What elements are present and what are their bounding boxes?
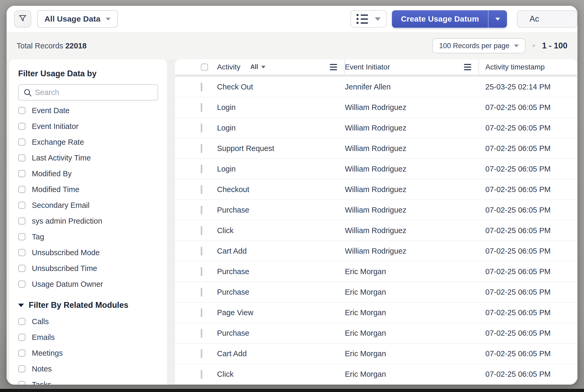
- checkbox[interactable]: [18, 217, 26, 225]
- activity-cell: Purchase: [217, 206, 345, 214]
- checkbox[interactable]: [18, 170, 26, 177]
- row-checkbox[interactable]: [201, 83, 202, 91]
- row-checkbox[interactable]: [201, 247, 202, 255]
- filter-field-label: Secondary Email: [32, 201, 89, 210]
- records-per-page-dropdown[interactable]: 100 Records per page: [432, 38, 526, 53]
- filter-button[interactable]: [14, 10, 31, 28]
- checkbox[interactable]: [18, 381, 26, 385]
- filter-field-item[interactable]: Last Activity Time: [18, 150, 158, 166]
- table-row[interactable]: Cart Add William Rodriguez 07-02-25 06:0…: [175, 241, 577, 262]
- column-header-activity[interactable]: Activity All: [217, 59, 345, 74]
- create-usage-datum-label: Create Usage Datum: [401, 14, 479, 23]
- table-header: Activity All Event Initiator Activity ti…: [175, 59, 577, 74]
- checkbox[interactable]: [18, 265, 26, 272]
- select-all-checkbox[interactable]: [201, 63, 208, 71]
- row-checkbox[interactable]: [201, 103, 202, 112]
- checkbox[interactable]: [18, 249, 26, 256]
- filter-field-label: Last Activity Time: [32, 154, 91, 162]
- table-row[interactable]: Cart Add Eric Morgan 07-02-25 06:05 PM: [175, 344, 577, 364]
- table-row[interactable]: Page View Eric Morgan 07-02-25 06:05 PM: [175, 303, 577, 323]
- column-menu-icon[interactable]: [464, 64, 471, 70]
- create-usage-datum-button[interactable]: Create Usage Datum: [392, 10, 488, 28]
- actions-button[interactable]: Ac: [517, 10, 577, 28]
- activity-filter-dropdown[interactable]: All: [250, 63, 265, 71]
- checkbox[interactable]: [18, 202, 26, 209]
- row-checkbox[interactable]: [201, 308, 202, 317]
- related-module-item[interactable]: Meetings: [18, 345, 158, 361]
- funnel-icon: [18, 14, 27, 24]
- records-table: Activity All Event Initiator Activity ti…: [175, 59, 577, 385]
- row-checkbox[interactable]: [201, 185, 202, 194]
- related-module-item[interactable]: Tasks: [18, 377, 158, 385]
- related-module-item[interactable]: Notes: [18, 361, 158, 377]
- filter-field-item[interactable]: Usage Datum Owner: [18, 276, 158, 292]
- checkbox[interactable]: [18, 186, 26, 193]
- records-bar: Total Records 22018 100 Records per page…: [7, 32, 577, 59]
- checkbox[interactable]: [18, 349, 26, 357]
- checkbox[interactable]: [18, 280, 26, 288]
- activity-cell: Click: [217, 226, 345, 235]
- checkbox[interactable]: [18, 334, 26, 341]
- column-header-initiator[interactable]: Event Initiator: [345, 59, 479, 74]
- related-modules-header[interactable]: Filter By Related Modules: [18, 299, 158, 311]
- row-checkbox[interactable]: [201, 370, 202, 379]
- filter-field-item[interactable]: Secondary Email: [18, 197, 158, 213]
- checkbox[interactable]: [18, 365, 26, 373]
- row-checkbox[interactable]: [201, 329, 202, 338]
- row-checkbox[interactable]: [201, 206, 202, 214]
- column-header-timestamp[interactable]: Activity timestamp: [479, 59, 577, 74]
- list-view-button[interactable]: [350, 10, 387, 28]
- row-checkbox[interactable]: [201, 144, 202, 153]
- table-row[interactable]: Login William Rodriguez 07-02-25 06:05 P…: [175, 159, 577, 179]
- checkbox[interactable]: [18, 107, 26, 114]
- toolbar: All Usage Data Create Usage Datum Ac: [7, 6, 577, 32]
- related-module-label: Tasks: [32, 380, 51, 385]
- related-module-item[interactable]: Calls: [18, 314, 158, 329]
- table-row[interactable]: Support Request William Rodriguez 07-02-…: [175, 138, 577, 159]
- row-checkbox-cell: [175, 288, 217, 296]
- dot-separator: [532, 44, 535, 47]
- row-checkbox[interactable]: [201, 267, 202, 276]
- table-row[interactable]: Purchase Eric Morgan 07-02-25 06:05 PM: [175, 262, 577, 282]
- row-checkbox[interactable]: [201, 165, 202, 173]
- table-row[interactable]: Purchase Eric Morgan 07-02-25 06:05 PM: [175, 282, 577, 303]
- activity-cell: Purchase: [217, 267, 345, 276]
- row-checkbox[interactable]: [201, 349, 202, 358]
- table-row[interactable]: Check Out Jennifer Allen 25-03-25 02:14 …: [175, 77, 577, 97]
- filter-field-item[interactable]: Unsubscribed Mode: [18, 245, 158, 260]
- timestamp-cell: 07-02-25 06:05 PM: [479, 124, 577, 132]
- filter-field-item[interactable]: Modified Time: [18, 182, 158, 197]
- filter-field-item[interactable]: sys admin Prediction: [18, 213, 158, 229]
- checkbox[interactable]: [18, 154, 26, 162]
- table-row[interactable]: Checkout William Rodriguez 07-02-25 06:0…: [175, 179, 577, 200]
- table-row[interactable]: Click William Rodriguez 07-02-25 06:05 P…: [175, 220, 577, 241]
- table-row[interactable]: Login William Rodriguez 07-02-25 06:05 P…: [175, 118, 577, 138]
- search-input[interactable]: [19, 85, 158, 100]
- filter-field-label: Unsubscribed Mode: [32, 248, 100, 257]
- view-selector-dropdown[interactable]: All Usage Data: [37, 10, 118, 28]
- filter-field-item[interactable]: Event Initiator: [18, 118, 158, 134]
- create-usage-datum-menu-button[interactable]: [488, 10, 507, 28]
- timestamp-cell: 07-02-25 06:05 PM: [479, 165, 577, 173]
- row-checkbox[interactable]: [201, 124, 202, 132]
- table-row[interactable]: Click Eric Morgan 07-02-25 06:05 PM: [175, 364, 577, 385]
- checkbox[interactable]: [18, 123, 26, 130]
- checkbox[interactable]: [18, 318, 26, 325]
- activity-filter-value: All: [250, 63, 258, 71]
- filter-field-item[interactable]: Modified By: [18, 166, 158, 182]
- column-menu-icon[interactable]: [330, 64, 337, 70]
- related-module-item[interactable]: Emails: [18, 329, 158, 345]
- list-view-icon: [356, 14, 368, 24]
- filter-field-item[interactable]: Event Date: [18, 103, 158, 118]
- filter-field-label: Usage Datum Owner: [32, 280, 103, 289]
- table-row[interactable]: Login William Rodriguez 07-02-25 06:05 P…: [175, 97, 577, 118]
- filter-field-item[interactable]: Exchange Rate: [18, 134, 158, 150]
- checkbox[interactable]: [18, 233, 26, 240]
- table-row[interactable]: Purchase William Rodriguez 07-02-25 06:0…: [175, 200, 577, 220]
- row-checkbox[interactable]: [201, 226, 202, 235]
- row-checkbox[interactable]: [201, 288, 202, 296]
- filter-field-item[interactable]: Unsubscribed Time: [18, 260, 158, 276]
- checkbox[interactable]: [18, 138, 26, 146]
- filter-field-item[interactable]: Tag: [18, 229, 158, 245]
- table-row[interactable]: Purchase Eric Morgan 07-02-25 06:05 PM: [175, 323, 577, 344]
